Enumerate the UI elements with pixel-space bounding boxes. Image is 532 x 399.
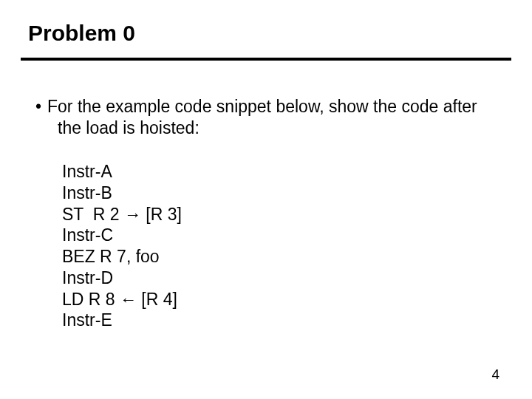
- code-line: Instr-D: [62, 267, 182, 289]
- code-block: Instr-A Instr-B ST R 2 → [R 3] Instr-C B…: [62, 161, 182, 331]
- slide-title: Problem 0: [28, 21, 135, 46]
- bullet-text-line1: For the example code snippet below, show…: [47, 97, 477, 116]
- bullet-marker: •: [35, 96, 47, 117]
- code-line: Instr-A: [62, 161, 182, 183]
- horizontal-rule: [21, 58, 511, 61]
- code-line: Instr-E: [62, 310, 182, 331]
- bullet-text-line2: the load is hoisted:: [35, 117, 494, 139]
- slide: Problem 0 •For the example code snippet …: [0, 0, 532, 399]
- code-line: BEZ R 7, foo: [62, 246, 182, 267]
- code-line: Instr-C: [62, 225, 182, 246]
- code-line: LD R 8 ← [R 4]: [62, 289, 182, 310]
- code-line: ST R 2 → [R 3]: [62, 204, 182, 225]
- code-line: Instr-B: [62, 183, 182, 204]
- page-number: 4: [491, 366, 499, 383]
- bullet-item: •For the example code snippet below, sho…: [35, 96, 494, 139]
